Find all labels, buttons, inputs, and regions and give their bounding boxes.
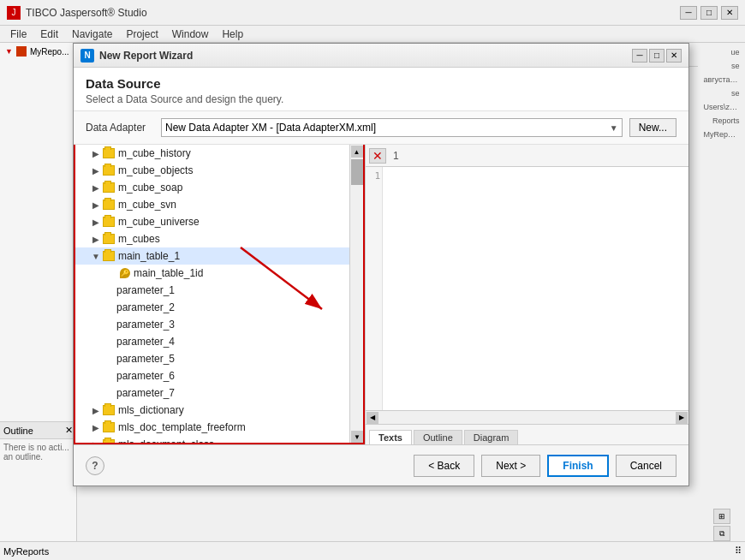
outline-close-icon[interactable]: ✕ <box>65 425 73 436</box>
tree-label-m_cubes: m_cubes <box>118 233 160 245</box>
menu-project[interactable]: Project <box>119 27 164 42</box>
tree-label-m_cube_svn: m_cube_svn <box>118 199 176 211</box>
right-panel-item-2: se <box>702 60 742 72</box>
h-scroll-left-btn[interactable]: ◀ <box>367 412 378 424</box>
tree-label-m_cube_soap: m_cube_soap <box>118 182 182 194</box>
close-button[interactable]: ✕ <box>721 6 738 20</box>
tree-container[interactable]: ▶ m_cube_history ▶ m_cube_objects ▶ <box>75 145 363 443</box>
status-text: MyReports <box>3 546 49 557</box>
tree-item-m_cubes[interactable]: ▶ m_cubes <box>75 230 363 247</box>
folder-icon-m_cube_universe <box>103 217 115 227</box>
tree-label-parameter_4: parameter_4 <box>116 336 175 348</box>
dialog-close-btn[interactable]: ✕ <box>666 49 682 63</box>
adapter-select[interactable]: New Data Adapter XM - [Data AdapterXM.xm… <box>161 118 623 137</box>
h-scroll-right-btn[interactable]: ▶ <box>676 412 688 424</box>
dialog-header: Data Source Select a Data Source and des… <box>74 68 688 111</box>
adapter-select-value: New Data Adapter XM - [Data AdapterXM.xm… <box>165 122 376 134</box>
expand-icon-m_cube_universe: ▶ <box>89 215 103 229</box>
scroll-up-btn[interactable]: ▲ <box>351 146 363 158</box>
adapter-label: Data Adapter <box>86 122 154 134</box>
tree-item-parameter_2[interactable]: parameter_2 <box>75 299 363 316</box>
tree-label-parameter_5: parameter_5 <box>116 353 175 365</box>
footer-left: ? <box>86 456 104 475</box>
tree-item-mls_doc_template_freeform[interactable]: ▶ mls_doc_template_freeform <box>75 419 363 436</box>
dialog-footer: ? < Back Next > Finish Cancel <box>74 444 688 486</box>
adapter-row: Data Adapter New Data Adapter XM - [Data… <box>74 111 688 145</box>
scroll-thumb[interactable] <box>351 159 363 185</box>
tree-item-m_cube_history[interactable]: ▶ m_cube_history <box>75 145 363 162</box>
expand-icon-m_cube_history: ▶ <box>89 146 103 160</box>
menu-edit[interactable]: Edit <box>33 27 65 42</box>
adapter-dropdown-arrow-icon: ▼ <box>610 123 618 133</box>
help-button[interactable]: ? <box>86 456 104 475</box>
cancel-button[interactable]: Cancel <box>616 455 676 477</box>
query-editor[interactable]: 1 <box>366 167 688 410</box>
tree-item-mls_document_class[interactable]: ▶ mls_document_class <box>75 436 363 443</box>
status-dots: ⠿ <box>735 545 742 557</box>
footer-right: < Back Next > Finish Cancel <box>414 455 676 477</box>
tree-item-main_table_1id[interactable]: 🔑 main_table_1id <box>75 265 363 282</box>
dialog-section-subtitle: Select a Data Source and design the quer… <box>86 93 676 105</box>
expand-icon-m_cube_objects: ▶ <box>89 164 103 177</box>
tab-texts[interactable]: Texts <box>369 430 412 444</box>
minimize-button[interactable]: ─ <box>680 6 697 20</box>
tree-item-main_table_1[interactable]: ▼ main_table_1 <box>75 247 363 265</box>
menu-window[interactable]: Window <box>165 27 216 42</box>
spacer-parameter_6 <box>103 369 116 383</box>
tree-item-m_cube_objects[interactable]: ▶ m_cube_objects <box>75 162 363 179</box>
menu-help[interactable]: Help <box>215 27 250 42</box>
scroll-down-btn[interactable]: ▼ <box>351 431 363 443</box>
tree-label-parameter_7: parameter_7 <box>116 387 175 399</box>
right-panel-item-5: Users\za... <box>702 101 742 113</box>
query-line-num: 1 <box>390 150 402 162</box>
spacer-parameter_4 <box>103 335 116 349</box>
query-error-icon: ✕ <box>369 148 386 164</box>
dialog-title: New Report Wizard <box>99 50 632 62</box>
expand-icon-main_table_1: ▼ <box>89 249 103 263</box>
tree-label-main_table_1id: main_table_1id <box>134 267 203 279</box>
sidebar-myreports[interactable]: ▼ MyRepo... <box>0 43 76 60</box>
folder-icon-mls_dictionary <box>103 405 115 415</box>
tree-item-m_cube_soap[interactable]: ▶ m_cube_soap <box>75 179 363 196</box>
tab-diagram[interactable]: Diagram <box>464 430 519 444</box>
dialog-section-title: Data Source <box>86 76 676 91</box>
tab-outline[interactable]: Outline <box>414 430 462 444</box>
tree-item-parameter_1[interactable]: parameter_1 <box>75 282 363 299</box>
expand-icon-main_table_1id <box>103 266 116 280</box>
dialog-maximize-btn[interactable]: □ <box>649 49 665 63</box>
menu-file[interactable]: File <box>3 27 33 42</box>
adapter-new-button[interactable]: New... <box>629 118 676 137</box>
right-panel-item-3: августа 2... <box>702 74 742 86</box>
tree-item-parameter_6[interactable]: parameter_6 <box>75 367 363 384</box>
title-bar: J TIBCO Jaspersoft® Studio ─ □ ✕ <box>0 0 745 26</box>
tree-item-m_cube_universe[interactable]: ▶ m_cube_universe <box>75 213 363 230</box>
expand-icon-mls_dictionary: ▶ <box>89 403 103 417</box>
tree-item-parameter_4[interactable]: parameter_4 <box>75 333 363 350</box>
maximize-button[interactable]: □ <box>700 6 718 20</box>
folder-icon-m_cube_svn <box>103 200 115 210</box>
app-title: TIBCO Jaspersoft® Studio <box>26 7 680 19</box>
back-button[interactable]: < Back <box>414 455 474 477</box>
query-line-numbers: 1 <box>366 167 383 410</box>
menu-navigate[interactable]: Navigate <box>65 27 119 42</box>
tree-item-parameter_5[interactable]: parameter_5 <box>75 350 363 367</box>
tree-label-parameter_1: parameter_1 <box>116 284 175 296</box>
tree-item-mls_dictionary[interactable]: ▶ mls_dictionary <box>75 402 363 419</box>
folder-icon-m_cube_soap <box>103 182 115 193</box>
tree-label-m_cube_universe: m_cube_universe <box>118 216 200 228</box>
tree-item-m_cube_svn[interactable]: ▶ m_cube_svn <box>75 196 363 213</box>
next-button[interactable]: Next > <box>481 455 540 477</box>
right-panel-btn-2[interactable]: ⧉ <box>713 526 730 541</box>
tree-item-parameter_3[interactable]: parameter_3 <box>75 316 363 333</box>
query-tabs: Texts Outline Diagram <box>366 424 688 444</box>
dialog-icon: N <box>80 49 94 63</box>
tree-scrollbar[interactable]: ▲ ▼ <box>349 145 363 443</box>
expand-icon-m_cube_svn: ▶ <box>89 198 103 211</box>
tree-item-parameter_7[interactable]: parameter_7 <box>75 384 363 402</box>
right-panel-btn-1[interactable]: ⊞ <box>713 509 730 524</box>
query-h-scrollbar[interactable]: ◀ ▶ <box>366 410 688 424</box>
dialog-minimize-btn[interactable]: ─ <box>632 49 647 63</box>
tree-label-m_cube_history: m_cube_history <box>118 147 191 159</box>
finish-button[interactable]: Finish <box>547 455 608 477</box>
query-panel: ✕ 1 1 ◀ ▶ <box>365 145 688 444</box>
